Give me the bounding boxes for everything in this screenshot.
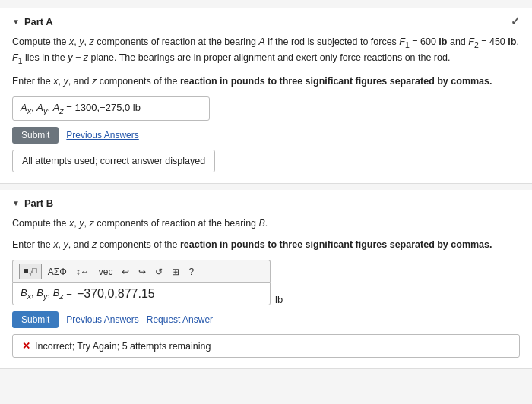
error-icon: ✕ bbox=[22, 340, 30, 352]
part-a-submit-button[interactable]: Submit bbox=[12, 127, 59, 144]
part-b-unit: lb bbox=[275, 294, 283, 305]
part-a-answer-box: Ax, Ay, Az = 1300,−275,0 lb bbox=[12, 96, 210, 121]
part-b-answer-value[interactable]: −370,0,877.15 bbox=[77, 287, 155, 301]
toolbar-undo-btn[interactable]: ↩ bbox=[119, 265, 132, 279]
part-b-problem-text: Compute the x, y, z components of reacti… bbox=[12, 216, 520, 231]
part-a-problem-text: Compute the x, y, z components of reacti… bbox=[12, 35, 520, 67]
toolbar-help-btn[interactable]: ? bbox=[185, 265, 197, 279]
part-b-section: ▼ Part B Compute the x, y, z components … bbox=[0, 190, 532, 370]
collapse-icon-b: ▼ bbox=[12, 199, 20, 207]
part-a-section: ▼ Part A ✓ Compute the x, y, z component… bbox=[0, 8, 532, 184]
part-b-request-answer-link[interactable]: Request Answer bbox=[147, 314, 213, 325]
part-a-previous-answers-link[interactable]: Previous Answers bbox=[66, 130, 138, 140]
page: ▼ Part A ✓ Compute the x, y, z component… bbox=[0, 0, 532, 383]
part-a-label: Part A bbox=[24, 16, 53, 27]
part-b-header[interactable]: ▼ Part B bbox=[12, 197, 520, 209]
toolbar-refresh-btn[interactable]: ↺ bbox=[152, 265, 166, 279]
part-b-error-text: Incorrect; Try Again; 5 attempts remaini… bbox=[35, 341, 211, 352]
part-b-previous-answers-link[interactable]: Previous Answers bbox=[66, 314, 138, 325]
math-toolbar: ■√□ ΑΣΦ ↕↔ vec ↩ ↪ ↺ ⊞ ? bbox=[12, 260, 271, 282]
part-b-submit-button[interactable]: Submit bbox=[12, 311, 59, 328]
part-a-prompt: Enter the x, y, and z components of the … bbox=[12, 74, 520, 89]
toolbar-redo-btn[interactable]: ↪ bbox=[135, 265, 149, 279]
part-b-answer-label: Bx, By, Bz = bbox=[21, 287, 72, 301]
toolbar-greek-btn[interactable]: ΑΣΦ bbox=[45, 265, 70, 279]
checkmark-a: ✓ bbox=[511, 15, 520, 27]
part-a-status-box: All attempts used; correct answer displa… bbox=[12, 150, 215, 172]
part-a-header[interactable]: ▼ Part A ✓ bbox=[12, 15, 520, 27]
part-a-status-text: All attempts used; correct answer displa… bbox=[22, 156, 205, 166]
part-a-actions: Submit Previous Answers bbox=[12, 127, 520, 144]
part-a-answer-value: 1300,−275,0 lb bbox=[75, 102, 141, 113]
toolbar-keyboard-btn[interactable]: ⊞ bbox=[169, 265, 182, 279]
toolbar-arrows-btn[interactable]: ↕↔ bbox=[73, 265, 93, 279]
toolbar-vec-btn[interactable]: vec bbox=[96, 265, 116, 279]
part-b-error-box: ✕ Incorrect; Try Again; 5 attempts remai… bbox=[12, 334, 520, 358]
toolbar-matrix-btn[interactable]: ■√□ bbox=[19, 264, 42, 279]
collapse-icon-a: ▼ bbox=[12, 17, 20, 26]
part-b-actions: Submit Previous Answers Request Answer bbox=[12, 311, 520, 328]
part-b-label: Part B bbox=[24, 197, 53, 209]
part-b-prompt: Enter the x, y, and z components of the … bbox=[12, 238, 520, 252]
